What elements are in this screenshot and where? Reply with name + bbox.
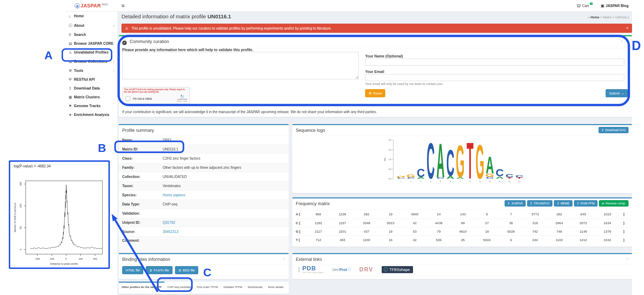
sidebar-item-about[interactable]: ⓘAbout‹	[65, 20, 117, 30]
profile-summary-title: Profile summary	[119, 125, 289, 136]
transfac-download-button[interactable]: ↧TRANSFAC	[527, 200, 552, 207]
recaptcha-checkbox[interactable]	[126, 96, 130, 101]
hamburger-menu-icon[interactable]: ≡	[121, 2, 125, 8]
jaspar-blog-link[interactable]: ▣ JASPAR Blog	[601, 4, 629, 8]
profile-value[interactable]: 30462313	[163, 230, 289, 234]
tab-detailed-tffm[interactable]: Detailed TFFM	[221, 282, 245, 294]
tab-more-details[interactable]: More details	[265, 282, 287, 294]
tracks-icon: ⚑	[69, 104, 74, 108]
fasta-file-button[interactable]: ≣FASTA file	[146, 266, 173, 274]
breadcrumb-home[interactable]: Home	[590, 16, 599, 19]
svg-text:7: 7	[459, 180, 461, 183]
sidebar-item-download-data[interactable]: ↧Download Data	[65, 84, 117, 93]
svg-text:Number of motif occurrences: Number of motif occurrences	[14, 203, 16, 232]
tfbsshape-link[interactable]: TFBSshape	[382, 266, 413, 273]
profile-value: Other factors with up to three adjacent …	[163, 166, 289, 170]
profile-value: UN0116.1	[163, 147, 289, 151]
matrix-cell: 244	[523, 236, 547, 244]
matrix-cell: 742	[523, 227, 547, 235]
page-title-matrix-id: UN0116.1	[207, 13, 231, 19]
profile-value[interactable]: Q92782	[163, 221, 289, 225]
jaspar-brand: JASPAR	[81, 3, 101, 8]
profile-label: Validation:	[119, 211, 163, 215]
close-icon[interactable]: ×	[626, 39, 629, 43]
profile-value: ChIP-seq	[163, 202, 289, 206]
recaptcha-icon: ↻	[180, 94, 184, 99]
matrix-cell: 1292	[306, 219, 330, 227]
profile-label: Name:	[119, 138, 163, 142]
app-logo[interactable]: a JASPAR 2022	[65, 0, 117, 12]
curation-note: If your contribution is significant, we …	[119, 106, 632, 117]
sidebar-item-tools[interactable]: ⚒Tools‹	[65, 66, 117, 75]
html-file-button[interactable]: HTML file	[122, 266, 143, 274]
name-input[interactable]	[365, 59, 624, 66]
binding-sites-title: Binding sites information	[122, 257, 170, 262]
svg-text:0.5: 0.5	[388, 168, 391, 170]
svg-text:11: 11	[499, 180, 501, 183]
jaspar-logo-icon: a	[75, 3, 80, 8]
matrix-cell: 4810	[451, 227, 475, 235]
profile-summary-card: Profile summary Name:DPF1Matrix ID:UN011…	[119, 124, 289, 251]
frequency-matrix-table: A [9561236292194940241438737732626451023…	[296, 210, 629, 244]
sidebar-item-enrichment-analysis[interactable]: ★Enrichment Analysis	[65, 110, 117, 119]
download-icon: ↧	[530, 202, 532, 205]
bed-file-button[interactable]: ≣BED file	[175, 266, 198, 274]
meme-download-button[interactable]: ↧MEME	[554, 200, 573, 207]
profile-row-collection: Collection:UNVALIDATED	[119, 172, 289, 181]
submit-button[interactable]: Submit →	[606, 89, 628, 97]
uniprot-link[interactable]: UniProt	[332, 268, 351, 272]
sidebar-item-restful-api[interactable]: ΨRESTful API	[65, 75, 117, 84]
tab-chip-seq-centrality[interactable]: ChIP-seq centrality	[164, 282, 194, 294]
raw-pfm-download-button[interactable]: ↧RAW PFM	[574, 200, 598, 207]
frequency-matrix-card: Frequency matrix ↧JASPAR↧TRANSFAC↧MEME↧R…	[292, 197, 632, 247]
download-svg-button[interactable]: ↧ Download SVG	[599, 127, 629, 133]
curation-title: Community curation	[130, 39, 169, 44]
curation-message-textarea[interactable]	[122, 52, 359, 79]
tfbsshape-icon	[384, 268, 388, 271]
jaspar-download-button[interactable]: ↧JASPAR	[505, 200, 526, 207]
uniprot-logo-icon	[348, 268, 351, 271]
reset-button[interactable]: ♻ Reset	[365, 89, 385, 97]
matrix-cell: 437	[355, 227, 379, 235]
collapse-icon[interactable]: −	[620, 39, 623, 43]
reverse-complement-button[interactable]: ⇄Reverse comp.	[599, 200, 629, 207]
pdb-link[interactable]: RCSB PDB PROTEIN DATA BANK	[296, 265, 324, 274]
about-icon: ⓘ	[69, 23, 74, 28]
blog-icon: ▣	[601, 4, 604, 8]
chipseq-centrality-plot: log(P-value) = -4682.34 -200-10001002000…	[9, 160, 110, 269]
svg-text:10: 10	[489, 180, 491, 183]
svg-text:G: G	[456, 136, 465, 187]
profile-value[interactable]: Homo sapiens	[163, 193, 289, 197]
sidebar-item-browse-jaspar-core[interactable]: ▤Browse JASPAR CORE	[65, 39, 117, 48]
svg-text:1: 1	[400, 180, 401, 183]
matrix-cell: 3248	[355, 219, 379, 227]
sidebar-item-genome-tracks[interactable]: ⚑Genome Tracks	[65, 102, 117, 110]
collapse-icon[interactable]: −	[283, 257, 285, 261]
frequency-matrix-buttons: ↧JASPAR↧TRANSFAC↧MEME↧RAW PFM⇄Reverse co…	[505, 200, 629, 207]
sidebar-item-home[interactable]: ⌂Home	[65, 12, 117, 20]
sidebar-item-matrix-clusters[interactable]: ▦Matrix Clusters	[65, 93, 117, 102]
matrix-cell: 2964	[547, 219, 571, 227]
tab-first-order-tffm[interactable]: First order TFFM	[194, 282, 221, 294]
chevron-left-icon: ‹	[113, 23, 114, 27]
tab-other-profiles-for-the-same-tf[interactable]: Other profiles for the same TF	[119, 282, 164, 294]
sidebar-item-browse-collections[interactable]: ▤Browse Collections‹	[65, 57, 117, 66]
sidebar-item-search[interactable]: ⚲Search	[65, 30, 117, 39]
profile-row-uniprot-id: Uniprot ID:Q92782	[119, 218, 289, 227]
matrix-row-a: A [9561236292194940241438737732626451023…	[296, 210, 629, 219]
matrix-row-t: T [7124831100164253625502462441102121210…	[296, 235, 629, 244]
drv-link[interactable]: DRV	[359, 266, 374, 273]
matrix-cell: 8	[475, 210, 499, 219]
sidebar-item-unvalidated-profiles[interactable]: ⚠Unvalidated Profiles	[65, 48, 117, 57]
recaptcha-privacy-terms[interactable]: Privacy - Terms	[177, 100, 187, 102]
cart-button[interactable]: Cart 0	[576, 4, 593, 8]
page-title: Detailed information of matrix profile U…	[121, 13, 231, 19]
tabs-bar: Other profiles for the same TFChIP-seq c…	[119, 282, 289, 294]
svg-text:3: 3	[420, 180, 421, 183]
email-input[interactable]	[365, 74, 624, 81]
file-icon: ≣	[149, 268, 152, 272]
tab-wordclouds[interactable]: Wordclouds	[245, 282, 265, 294]
sequence-logo-chart: 0.00.51.01.52.0BitsCG1CG2AC3C4CA5AC6AG7T…	[382, 136, 533, 189]
collapse-icon[interactable]: −	[626, 257, 629, 261]
alert-close-icon[interactable]: ×	[626, 26, 629, 31]
